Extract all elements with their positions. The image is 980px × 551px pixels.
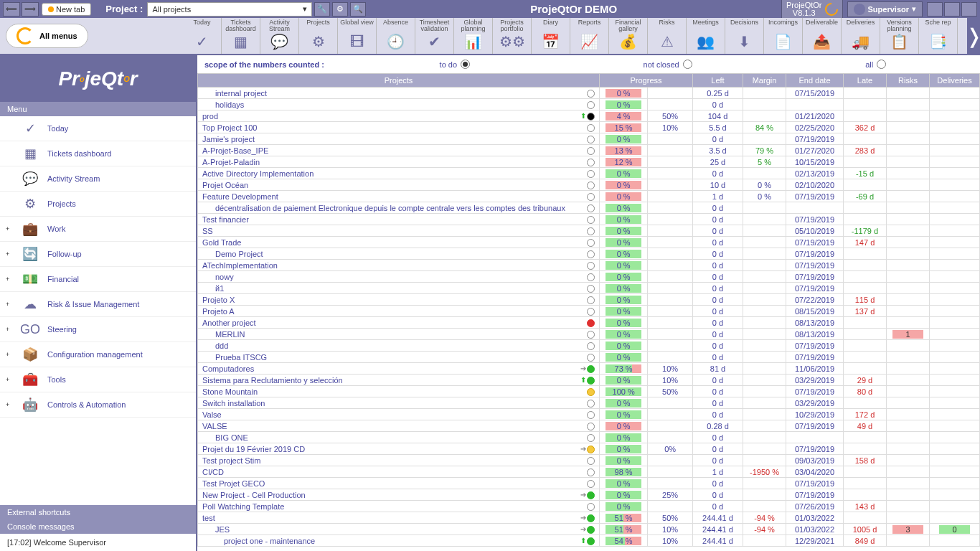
- table-row[interactable]: A-Projet-Paladin12 %25 d5 %10/15/2019: [198, 156, 980, 168]
- menu-steering[interactable]: +GOSteering: [0, 317, 196, 342]
- iconbar-risks[interactable]: Risks⚠: [648, 18, 687, 54]
- search-icon[interactable]: 🔍: [350, 2, 366, 17]
- iconbar-next[interactable]: ❭: [967, 18, 980, 54]
- table-row[interactable]: Valse0 %0 d10/29/2019172 d: [198, 409, 980, 420]
- col-risks[interactable]: Risks: [887, 74, 930, 88]
- menu-projects[interactable]: ⚙Projects: [0, 192, 196, 217]
- table-row[interactable]: JES➔51 %10%244.41 d-94 %01/03/20221005 d…: [198, 524, 980, 535]
- iconbar-reports[interactable]: Reports📈: [570, 18, 609, 54]
- menu-financial[interactable]: +💵Financial: [0, 267, 196, 292]
- menu-activity-stream[interactable]: 💬Activity Stream: [0, 166, 196, 192]
- iconbar-global-planning[interactable]: Global planning📊: [454, 18, 493, 54]
- table-row[interactable]: Demo Project0 %0 d07/19/2019: [198, 248, 980, 260]
- all-menus-button[interactable]: All menus: [6, 24, 88, 48]
- menu-today[interactable]: ✓Today: [0, 116, 196, 141]
- menu-controls-automation[interactable]: +🤖Controls & Automation: [0, 392, 196, 418]
- table-row[interactable]: Test project Stim0 %0 d09/03/2019158 d: [198, 455, 980, 466]
- iconbar-decisions[interactable]: Decisions⬇: [725, 18, 764, 54]
- iconbar-versions-planning[interactable]: Versions planning📋: [880, 18, 919, 54]
- table-row[interactable]: VALSE0 %0.28 d07/19/201949 d: [198, 420, 980, 432]
- menu-tickets-dashboard[interactable]: ▦Tickets dashboard: [0, 141, 196, 166]
- iconbar: All menus Today✓Tickets dashboard▦Activi…: [0, 18, 980, 55]
- scope-all[interactable]: all: [865, 60, 886, 69]
- iconbar-tickets-dashboard[interactable]: Tickets dashboard▦: [222, 18, 260, 54]
- table-row[interactable]: nowy0 %0 d07/19/2019: [198, 271, 980, 283]
- table-row[interactable]: Another project0 %0 d08/13/2019: [198, 317, 980, 329]
- table-row[interactable]: Computadores➔73 %10%81 d11/06/2019: [198, 363, 980, 375]
- table-row[interactable]: Top Project 10015 %10%5.5 d84 %02/25/202…: [198, 122, 980, 133]
- gear-icon[interactable]: ⚙: [332, 2, 348, 17]
- menu-follow-up[interactable]: +🔄Follow-up: [0, 242, 196, 267]
- col-progress[interactable]: Progress: [600, 74, 693, 88]
- table-row[interactable]: BIG ONE0 %0 d: [198, 432, 980, 443]
- menu-tools[interactable]: +🧰Tools: [0, 367, 196, 392]
- table-row[interactable]: New Project - Cell Production➔0 %25%0 d0…: [198, 489, 980, 501]
- table-row[interactable]: Switch installation0 %0 d03/29/2019: [198, 397, 980, 409]
- table-row[interactable]: CI/CD98 %1 d-1950 %03/04/2020: [198, 466, 980, 478]
- layout-toggle-icon[interactable]: [927, 2, 943, 17]
- iconbar-activity-stream[interactable]: Activity Stream💬: [260, 18, 299, 54]
- iconbar-timesheet-validation[interactable]: Timesheet validation✔: [415, 18, 454, 54]
- table-row[interactable]: ATechImplementation0 %0 d07/19/2019: [198, 260, 980, 271]
- iconbar-deliverable[interactable]: Deliverable📤: [803, 18, 842, 54]
- table-row[interactable]: décentralisation de paiement Electroniqu…: [198, 202, 980, 214]
- table-row[interactable]: MERLIN0 %0 d08/13/20191: [198, 329, 980, 340]
- iconbar-global-view[interactable]: Global view🎞: [338, 18, 377, 54]
- nav-back[interactable]: ⟸: [3, 2, 20, 17]
- table-row[interactable]: Poll Watching Template0 %0 d07/26/201914…: [198, 501, 980, 512]
- col-margin[interactable]: Margin: [743, 74, 786, 88]
- menu-risk-issue-management[interactable]: +☁Risk & Issue Management: [0, 292, 196, 317]
- projects-table: Projects Progress Left Margin End date L…: [197, 73, 980, 547]
- iconbar-meetings[interactable]: Meetings👥: [687, 18, 725, 54]
- table-row[interactable]: ddd0 %0 d07/19/2019: [198, 340, 980, 352]
- col-late[interactable]: Late: [844, 74, 887, 88]
- iconbar-today[interactable]: Today✓: [183, 18, 222, 54]
- table-row[interactable]: Feature Development0 %1 d0 %07/19/2019-6…: [198, 191, 980, 202]
- table-row[interactable]: Active Directory Implementation0 %0 d02/…: [198, 168, 980, 179]
- table-row[interactable]: Gold Trade0 %0 d07/19/2019147 d: [198, 237, 980, 248]
- table-row[interactable]: Projeto A0 %0 d08/15/2019137 d: [198, 306, 980, 317]
- menu-work[interactable]: +💼Work: [0, 217, 196, 242]
- col-projects[interactable]: Projects: [198, 74, 600, 88]
- table-row[interactable]: project one - maintenance⬆54 %10%244.41 …: [198, 535, 980, 547]
- iconbar-diary[interactable]: Diary📅: [532, 18, 570, 54]
- table-row[interactable]: internal project0 %0.25 d07/15/2019: [198, 88, 980, 99]
- nav-forward[interactable]: ⟹: [22, 2, 39, 17]
- iconbar-deliveries[interactable]: Deliveries🚚: [842, 18, 880, 54]
- window-icon[interactable]: [961, 2, 977, 17]
- table-row[interactable]: test➔51 %50%244.41 d-94 %01/03/2022: [198, 512, 980, 524]
- table-row[interactable]: Prueba ITSCG0 %0 d07/19/2019: [198, 352, 980, 363]
- iconbar-projects-portfolio[interactable]: Projects portfolio⚙⚙: [493, 18, 532, 54]
- scope-todo[interactable]: to do: [440, 60, 470, 69]
- user-menu[interactable]: Supervisor▾: [847, 1, 923, 17]
- iconbar-absence[interactable]: Absence🕘: [377, 18, 415, 54]
- table-row[interactable]: holidays0 %0 d: [198, 99, 980, 110]
- iconbar-sche-rep[interactable]: Sche rep📑: [919, 18, 958, 54]
- menu-configuration-management[interactable]: +📦Configuration management: [0, 342, 196, 367]
- table-row[interactable]: Projet Océan0 %10 d0 %02/10/2020: [198, 179, 980, 191]
- iconbar-incomings[interactable]: Incomings📄: [764, 18, 803, 54]
- iconbar-projects[interactable]: Projects⚙: [299, 18, 338, 54]
- table-row[interactable]: A-Projet-Base_IPE13 %3.5 d79 %01/27/2020…: [198, 145, 980, 156]
- table-row[interactable]: Test Projet GECO0 %0 d07/19/2019: [198, 478, 980, 489]
- col-left[interactable]: Left: [693, 74, 743, 88]
- table-row[interactable]: Sistema para Reclutamiento y selección⬆0…: [198, 375, 980, 386]
- external-shortcuts-header[interactable]: External shortcuts: [0, 505, 196, 519]
- wrench-icon[interactable]: 🔧: [314, 2, 330, 17]
- console-header[interactable]: Console messages: [0, 519, 196, 534]
- col-deliveries[interactable]: Deliveries: [930, 74, 980, 88]
- table-row[interactable]: prod⬆4 %50%104 d01/21/2020: [198, 110, 980, 122]
- scope-notclosed[interactable]: not closed: [644, 60, 692, 69]
- table-row[interactable]: Test financier0 %0 d07/19/2019: [198, 214, 980, 225]
- project-selector[interactable]: All projects▾: [147, 2, 312, 17]
- table-row[interactable]: Stone Mountain100 %50%0 d07/19/201980 d: [198, 386, 980, 397]
- table-row[interactable]: й10 %0 d07/19/2019: [198, 283, 980, 294]
- table-row[interactable]: Projet du 19 Février 2019 CD➔0 %0%0 d07/…: [198, 443, 980, 455]
- table-row[interactable]: Jamie's project0 %0 d07/19/2019: [198, 133, 980, 145]
- table-row[interactable]: Projeto X0 %0 d07/22/2019115 d: [198, 294, 980, 306]
- col-end[interactable]: End date: [786, 74, 844, 88]
- iconbar-financial-gallery[interactable]: Financial gallery💰: [609, 18, 648, 54]
- fullscreen-icon[interactable]: [944, 2, 960, 17]
- table-row[interactable]: SS0 %0 d05/10/2019-1179 d: [198, 225, 980, 237]
- new-tab-button[interactable]: New tab: [42, 3, 91, 16]
